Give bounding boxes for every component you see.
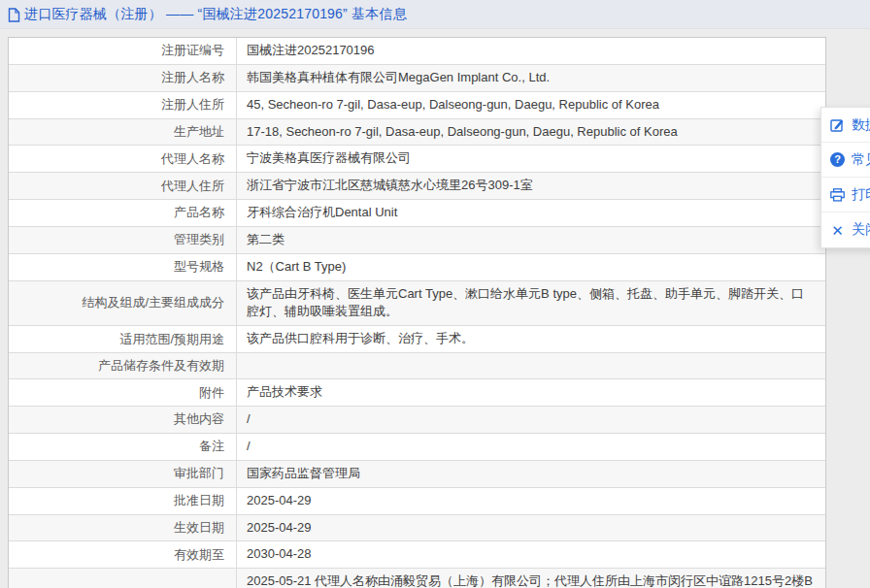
field-value: 该产品由牙科椅、医生单元Cart Type、漱口给水单元B type、侧箱、托盘… (237, 281, 825, 326)
field-value: 2025-05-21 代理人名称由涌毅贸易（上海）有限公司；代理人住所由上海市闵… (237, 569, 825, 588)
field-label-text: 适用范围/预期用途 (119, 331, 224, 348)
field-label: 型号规格 (9, 254, 237, 280)
field-label-text: 型号规格 (174, 258, 224, 276)
table-row: 其他内容 / (9, 407, 825, 434)
page-title: 进口医疗器械（注册） —— “国械注进20252170196” 基本信息 (24, 6, 407, 23)
toolbar-item-close[interactable]: ✕ 关闭页面 (821, 212, 870, 247)
table-row: 适用范围/预期用途 该产品供口腔科用于诊断、治疗、手术。 (9, 326, 825, 353)
field-label-text: 批准日期 (174, 492, 224, 509)
field-label-text: 管理类别 (174, 231, 224, 248)
field-value: 17-18, Secheon-ro 7-gil, Dasa-eup, Dalse… (237, 119, 825, 146)
field-label: 代理人名称 (9, 146, 237, 172)
table-row: 代理人住所 浙江省宁波市江北区慈城镇慈水心境里26号309-1室 (9, 173, 825, 200)
field-label: 生效日期 (9, 515, 237, 541)
field-label: 注册证编号 (9, 38, 237, 64)
field-label: 产品储存条件及有效期 (9, 353, 237, 378)
table-row: 结构及组成/主要组成成分 该产品由牙科椅、医生单元Cart Type、漱口给水单… (9, 281, 825, 327)
field-value: 第二类 (237, 227, 825, 253)
field-label: 产品名称 (9, 200, 237, 226)
field-value: 该产品供口腔科用于诊断、治疗、手术。 (237, 326, 825, 352)
toolbar-item-data-feedback[interactable]: 数据反馈 (821, 108, 870, 143)
field-label-text: 结构及组成/主要组成成分 (82, 294, 224, 311)
field-label: 注册人住所 (9, 92, 237, 118)
table-row: 型号规格 N2（Cart B Type) (9, 254, 825, 281)
edit-icon (830, 117, 845, 132)
field-label-text: 注册人住所 (161, 96, 224, 114)
field-label: 适用范围/预期用途 (9, 326, 237, 352)
field-label: 审批部门 (9, 461, 237, 487)
field-label-text: 其他内容 (174, 410, 224, 428)
field-value: 2025-04-29 (237, 488, 825, 514)
field-value: 产品技术要求 (237, 379, 825, 406)
field-value: 宁波美格真医疗器械有限公司 (237, 146, 825, 172)
field-label-text: 注册证编号 (161, 42, 224, 59)
field-label: 结构及组成/主要组成成分 (9, 281, 237, 326)
page-header: 进口医疗器械（注册） —— “国械注进20252170196” 基本信息 (0, 0, 870, 29)
table-row: 附件 产品技术要求 (9, 379, 825, 407)
printer-icon (830, 188, 845, 202)
field-label: 注册人名称 (9, 65, 237, 91)
table-row: 注册人名称 韩国美格真种植体有限公司MegaGen Implant Co., L… (9, 65, 825, 92)
table-row: 产品名称 牙科综合治疗机Dental Unit (9, 200, 825, 227)
table-row: 生效日期 2025-04-29 (9, 515, 825, 542)
field-label: 管理类别 (9, 227, 237, 253)
field-label-text: 审批部门 (174, 465, 224, 482)
field-value: 国家药品监督管理局 (237, 461, 825, 487)
close-icon: ✕ (830, 223, 845, 238)
field-value (237, 353, 825, 378)
field-label: 附件 (9, 379, 237, 406)
field-value: 45, Secheon-ro 7-gil, Dasa-eup, Dalseong… (237, 92, 825, 118)
field-label-text: 产品储存条件及有效期 (98, 357, 224, 375)
table-row: 有效期至 2030-04-28 (9, 541, 825, 569)
field-label: 有效期至 (9, 541, 237, 568)
table-row: 注册人住所 45, Secheon-ro 7-gil, Dasa-eup, Da… (9, 92, 825, 119)
field-label: 其他内容 (9, 407, 237, 433)
field-label: 变更情况 (9, 569, 237, 588)
field-label: 代理人住所 (9, 173, 237, 199)
table-row: 产品储存条件及有效期 (9, 353, 825, 379)
table-row: 审批部门 国家药品监督管理局 (9, 461, 825, 488)
toolbar-item-label: 常见问题 (852, 151, 870, 169)
field-label-text: 备注 (199, 438, 224, 455)
field-label-text: 附件 (199, 384, 224, 402)
info-table: 注册证编号 国械注进20252170196 注册人名称 韩国美格真种植体有限公司… (8, 37, 826, 588)
field-value: 2030-04-28 (237, 541, 825, 568)
field-label: 生产地址 (9, 119, 237, 146)
field-label-text: 代理人名称 (161, 150, 224, 168)
table-row: 代理人名称 宁波美格真医疗器械有限公司 (9, 146, 825, 173)
field-value: 韩国美格真种植体有限公司MegaGen Implant Co., Ltd. (237, 65, 825, 91)
field-value: 2025-04-29 (237, 515, 825, 541)
toolbar-item-label: 数据反馈 (852, 116, 870, 134)
field-label-text: 产品名称 (174, 204, 224, 221)
table-row: 注册证编号 国械注进20252170196 (9, 38, 825, 65)
field-value: N2（Cart B Type) (237, 254, 825, 280)
field-value: 牙科综合治疗机Dental Unit (237, 200, 825, 226)
field-value: 浙江省宁波市江北区慈城镇慈水心境里26号309-1室 (237, 173, 825, 199)
table-row: 管理类别 第二类 (9, 227, 825, 254)
field-label-text: 生效日期 (174, 519, 224, 537)
table-row: 备注 / (9, 434, 825, 461)
field-label-text: 有效期至 (174, 546, 224, 564)
table-row: 生产地址 17-18, Secheon-ro 7-gil, Dasa-eup, … (9, 119, 825, 147)
field-label-text: 注册人名称 (161, 69, 224, 86)
field-label: 备注 (9, 434, 237, 460)
side-toolbar: 数据反馈 ? 常见问题 打印页面 ✕ 关闭页面 (820, 107, 870, 248)
field-value: / (237, 407, 825, 433)
field-value: 国械注进20252170196 (237, 38, 825, 64)
table-row: 变更情况 2025-05-21 代理人名称由涌毅贸易（上海）有限公司；代理人住所… (9, 569, 825, 588)
field-label: 批准日期 (9, 488, 237, 514)
toolbar-item-faq[interactable]: ? 常见问题 (821, 143, 870, 178)
toolbar-item-label: 打印页面 (852, 186, 870, 204)
question-icon: ? (830, 152, 845, 167)
table-row: 批准日期 2025-04-29 (9, 488, 825, 515)
field-label-text: 生产地址 (174, 123, 224, 141)
field-label-text: 代理人住所 (161, 178, 224, 195)
field-value: / (237, 434, 825, 460)
toolbar-item-print[interactable]: 打印页面 (821, 178, 870, 212)
toolbar-item-label: 关闭页面 (852, 221, 870, 239)
document-icon (8, 8, 20, 22)
